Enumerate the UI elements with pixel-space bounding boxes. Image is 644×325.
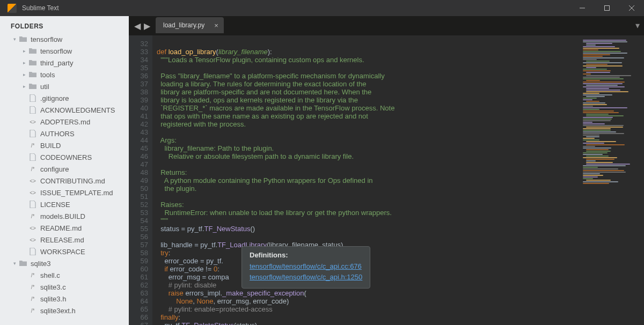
code-line[interactable]: library are platform-specific and are no…	[157, 88, 580, 96]
tree-item[interactable]: ▸tools	[0, 69, 129, 80]
tree-item[interactable]: LICENSE	[0, 198, 129, 210]
tree-item-label: AUTHORS	[40, 130, 75, 138]
tree-item[interactable]: WORKSPACE	[0, 246, 129, 257]
tree-item[interactable]: .gitignore	[0, 92, 129, 104]
tree-item[interactable]: <>README.md	[0, 222, 129, 234]
app-logo-icon	[8, 4, 17, 13]
file-tab-label: load_library.py	[163, 21, 204, 29]
tree-item-label: .gitignore	[40, 94, 69, 102]
code-line[interactable]: loading a library. The rules for determi…	[157, 80, 580, 88]
file-icon	[28, 94, 37, 102]
tree-item[interactable]: /*models.BUILD	[0, 210, 129, 222]
tree-item-label: CODEOWNERS	[40, 153, 92, 161]
disclosure-arrow-icon[interactable]: ▸	[21, 72, 27, 77]
disclosure-arrow-icon[interactable]: ▾	[12, 36, 17, 42]
folder-open-icon	[19, 260, 27, 267]
maximize-button[interactable]	[595, 0, 619, 16]
tree-item[interactable]: /*sqlite3.c	[0, 281, 129, 293]
tree-item-label: sqlite3.h	[40, 295, 66, 303]
tree-item[interactable]: <>ISSUE_TEMPLATE.md	[0, 187, 129, 198]
tree-item[interactable]: ▸third_party	[0, 57, 129, 69]
popup-title: Definitions:	[250, 251, 362, 259]
code-line[interactable]	[157, 233, 580, 241]
definitions-popup: Definitions: tensorflow/tensorflow/c/c_a…	[241, 246, 370, 289]
code-line[interactable]: status = py_tf.TF_NewStatus()	[157, 225, 580, 233]
disclosure-arrow-icon[interactable]: ▸	[21, 48, 27, 54]
code-line[interactable]	[157, 193, 580, 201]
tree-item-label: WORKSPACE	[40, 248, 85, 256]
tree-item-label: CONTRIBUTING.md	[40, 177, 105, 185]
comment-icon: /*	[28, 307, 37, 314]
code-line[interactable]: library_filename: Path to the plugin.	[157, 144, 580, 152]
code-line[interactable]	[157, 128, 580, 136]
minimap[interactable]	[580, 35, 644, 325]
md-icon: <>	[28, 189, 37, 196]
disclosure-arrow-icon[interactable]: ▾	[12, 261, 17, 266]
code-line[interactable]: Args:	[157, 136, 580, 144]
code-line[interactable]: Pass "library_filename" to a platform-sp…	[157, 72, 580, 80]
code-line[interactable]	[157, 40, 580, 48]
tree-item-label: third_party	[40, 59, 73, 67]
folder-tree[interactable]: ▾tensorflow▸tensorflow▸third_party▸tools…	[0, 33, 129, 325]
code-line[interactable]: raise errors_impl._make_specific_excepti…	[157, 289, 580, 297]
definition-link[interactable]: tensorflow/tensorflow/c/c_api.cc:676	[250, 261, 362, 272]
code-line[interactable]: py_tf.TF_DeleteStatus(status)	[157, 321, 580, 325]
disclosure-arrow-icon[interactable]: ▸	[21, 84, 27, 89]
code-line[interactable]: Relative or absolute filesystem path to …	[157, 152, 580, 160]
definition-link[interactable]: tensorflow/tensorflow/c/c_api.h:1250	[250, 272, 362, 283]
code-line[interactable]: """	[157, 217, 580, 225]
folder-icon	[28, 83, 37, 90]
tree-item[interactable]: ▸util	[0, 80, 129, 92]
tree-item[interactable]: ▸tensorflow	[0, 45, 129, 57]
tree-item-label: BUILD	[40, 142, 61, 150]
md-icon: <>	[28, 177, 37, 184]
code-line[interactable]: the plugin.	[157, 184, 580, 193]
file-icon	[28, 153, 37, 161]
tree-item-label: RELEASE.md	[40, 236, 84, 244]
tree-item[interactable]: <>ADOPTERS.md	[0, 116, 129, 128]
code-line[interactable]: `REGISTER_*` macros are made available i…	[157, 104, 580, 112]
tree-item[interactable]: /*sqlite3ext.h	[0, 305, 129, 316]
tree-item[interactable]: <>CONTRIBUTING.md	[0, 175, 129, 187]
code-line[interactable]	[157, 160, 580, 168]
close-button[interactable]	[619, 0, 644, 16]
folder-sidebar: FOLDERS ▾tensorflow▸tensorflow▸third_par…	[0, 16, 129, 325]
code-line[interactable]: def load_op_library(library_filename):	[157, 48, 580, 56]
tree-item[interactable]: AUTHORS	[0, 128, 129, 139]
window-title: Sublime Text	[22, 4, 570, 12]
code-line[interactable]: """Loads a TensorFlow plugin, containing…	[157, 56, 580, 64]
minimize-button[interactable]	[570, 0, 595, 16]
code-line[interactable]: Raises:	[157, 201, 580, 209]
code-line[interactable]: library is loaded, ops and kernels regis…	[157, 96, 580, 104]
tree-item[interactable]: /*shell.c	[0, 269, 129, 281]
tree-item[interactable]: CODEOWNERS	[0, 151, 129, 163]
tree-item[interactable]: ACKNOWLEDGMENTS	[0, 104, 129, 116]
tree-item[interactable]: /*BUILD	[0, 139, 129, 151]
code-line[interactable]: # pylint: enable=protected-access	[157, 305, 580, 313]
tree-item[interactable]: /*configure	[0, 163, 129, 175]
tab-overflow-icon[interactable]: ▾	[631, 20, 644, 35]
code-line[interactable]	[157, 64, 580, 72]
svg-rect-1	[605, 6, 610, 11]
code-line[interactable]: None, None, error_msg, error_code)	[157, 297, 580, 305]
tree-item-label: tools	[40, 71, 55, 79]
nav-forward-icon[interactable]: ▶	[144, 21, 150, 31]
code-line[interactable]: that ops with the same name as an existi…	[157, 112, 580, 120]
code-line[interactable]: RuntimeError: when unable to load the li…	[157, 209, 580, 217]
tree-item-label: sqlite3.c	[40, 283, 66, 291]
tree-item-label: sqlite3ext.h	[40, 307, 76, 315]
tab-close-icon[interactable]: ×	[214, 21, 218, 29]
code-line[interactable]: Returns:	[157, 168, 580, 176]
tree-item[interactable]: <>RELEASE.md	[0, 234, 129, 246]
tree-item[interactable]: ▾sqlite3	[0, 257, 129, 269]
code-line[interactable]: registered with the process.	[157, 120, 580, 128]
tree-item[interactable]: ▾tensorflow	[0, 33, 129, 45]
file-tab[interactable]: load_library.py ×	[156, 17, 224, 33]
disclosure-arrow-icon[interactable]: ▸	[21, 60, 27, 65]
code-line[interactable]: A python module containing the Python wr…	[157, 176, 580, 184]
file-icon	[28, 106, 37, 114]
code-line[interactable]: finally:	[157, 313, 580, 321]
tree-item-label: LICENSE	[40, 201, 70, 209]
nav-back-icon[interactable]: ◀	[134, 21, 141, 31]
tree-item[interactable]: /*sqlite3.h	[0, 293, 129, 305]
